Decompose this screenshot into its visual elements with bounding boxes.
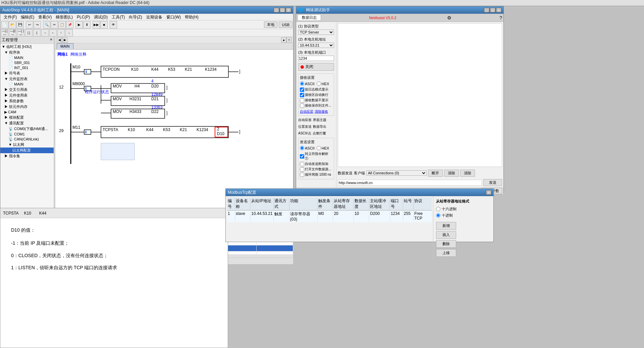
send-url-input[interactable] [338,180,482,186]
tree-usage[interactable]: ▶ 元件使用表 [0,93,54,98]
minimize-btn[interactable]: _ [274,8,279,12]
add-btn[interactable]: 新增 [436,222,456,230]
settings-icon[interactable]: ⚙ [447,15,451,20]
tree-ethernet-group[interactable]: ▼ 以太网 [0,142,54,148]
port-input[interactable] [298,56,334,61]
skin-btn[interactable]: 界面主题 [313,118,326,122]
ascii-radio-label[interactable]: ASCII [300,81,315,86]
move-up-btn[interactable]: 上移 [436,249,456,257]
ascii-radio[interactable] [300,81,304,86]
menu-edit[interactable]: 编辑(E) [19,14,36,20]
menu-tools[interactable]: 工具(T) [110,14,127,20]
contract-btn[interactable]: ▶ [62,37,67,43]
run-btn[interactable]: ▶▶ [93,21,100,28]
protocol-select[interactable]: TCP Server [298,30,334,35]
menu-view[interactable]: 查看(V) [36,14,54,20]
tab-main[interactable]: MAIN [57,43,73,49]
send-btn[interactable]: 发送 [483,179,502,186]
tree-program[interactable]: ▼ 程序块 [0,50,54,55]
save-btn[interactable]: 💾 [16,21,24,28]
hex-radio-label-r[interactable]: 十六进制 [436,207,491,212]
usb-button[interactable]: USB [279,21,292,28]
tree-cmdset[interactable]: ▶ 指令集 [0,153,54,159]
expand-btn[interactable]: ◀ [57,37,62,43]
tree-symbol[interactable]: ▶ 符号表 [0,70,54,76]
open-btn[interactable]: 📂 [9,21,16,28]
menu-recent[interactable]: 近期设备 [144,14,164,20]
nd-close-btn[interactable]: × [496,8,501,12]
tree-com0[interactable]: 📡 COM0(下载/HMI通... [0,126,54,132]
download-btn[interactable]: ⬇ [83,21,91,28]
network1-label[interactable]: 网络1 [57,52,68,57]
hex-format-radio[interactable] [436,207,440,211]
no-contact-btn[interactable]: —| |— [1,29,8,37]
menu-file[interactable]: 文件(F) [2,14,19,20]
nd-minimize-btn[interactable]: _ [484,8,489,12]
tree-ethernet-config[interactable]: 以太网配置 [0,148,54,153]
local-button[interactable]: 本地 [264,21,277,28]
clean-data-btn[interactable]: 清除 [460,170,475,177]
auto-wrap-checkbox[interactable]: 接收区自动换行 [300,93,332,97]
search-btn[interactable]: 🔍 [43,21,50,28]
tree-int001[interactable]: 📄 INT_001 [0,65,54,70]
send-ascii-radio[interactable] [300,146,304,150]
arrow-up-btn[interactable]: ↑ [57,29,65,37]
menu-wizard[interactable]: 向导(Z) [127,14,144,20]
cut-btn[interactable]: ✂ [51,21,58,28]
tree-main[interactable]: 📄 MAIN [0,55,54,60]
close-conn-btn[interactable]: 关闭 [298,63,334,71]
tree-comm-config[interactable]: ▼ 通讯配置 [0,120,54,126]
maximize-btn[interactable]: □ [280,8,285,12]
save-file-checkbox[interactable]: 接收保存到文件... [300,103,332,108]
arrow-right-btn[interactable]: → [41,29,49,37]
auto-reply-link[interactable]: 自动应层 [300,109,313,114]
tree-sbr001[interactable]: 📄 SBR_001 [0,60,54,65]
redo-btn[interactable]: ↪ [34,21,41,28]
data-export-btn[interactable]: 数据导出 [313,124,326,129]
arrow-down-btn[interactable]: ↓ [65,29,73,37]
func-block-btn[interactable]: [ ] [25,29,33,37]
auto-reply-btn[interactable]: 自动应签 [298,118,312,122]
menu-debug[interactable]: 调试(D) [92,14,110,20]
copy-btn[interactable]: 📋 [58,21,66,28]
tree-memory[interactable]: ▶ 软元件内存 [0,104,54,110]
repeat-send-btn[interactable]: 位置发送 [298,124,312,129]
no-display-checkbox[interactable]: 接收数据不显示 [300,98,332,103]
help-icon[interactable]: ? [499,15,502,20]
open-connection-btn[interactable]: 断开 [428,170,443,177]
tree-cam[interactable]: ▶ CAM [0,110,54,115]
send-hex-label[interactable]: HEX [317,146,329,150]
menu-window[interactable]: 窗口(W) [164,14,183,20]
new-btn[interactable]: 📄 [1,21,8,28]
nc-contact-btn[interactable]: —|/|— [9,29,16,37]
tree-project[interactable]: ▼ 临时工程 [H3U] [0,44,54,50]
open-datasrc-checkbox[interactable]: 打开文件数据源... [300,167,332,172]
clear-receive-link[interactable]: 清除接收 [315,109,328,114]
tree-monitor[interactable]: ▼ 元件监控表 [0,76,54,82]
menu-ladder[interactable]: 梯形图(L) [54,14,75,20]
ascii-point-btn[interactable]: ASCII/点 [298,131,311,136]
menu-help[interactable]: 帮助(H) [183,14,201,20]
monitor-btn[interactable]: 👁 [110,21,117,28]
dec-format-radio[interactable] [436,213,440,218]
spot-print-btn[interactable]: 点整打覆 [313,131,326,136]
hex-radio-label[interactable]: HEX [317,81,329,86]
tree-com1[interactable]: 📡 COM1 [0,132,54,137]
log-mode-checkbox[interactable]: 按日志模式显示 [300,87,332,92]
tree-collapse-icon[interactable]: × [50,37,52,43]
menu-plc[interactable]: PLC(P) [75,14,92,20]
arrow-left-btn[interactable]: ← [49,29,57,37]
tree-xref[interactable]: ▶ 交叉引用表 [0,87,54,93]
paste-btn[interactable]: 📌 [66,21,73,28]
ladder-close-btn[interactable]: × [286,37,292,43]
modbus-close-btn[interactable]: × [486,190,491,195]
send-ascii-label[interactable]: ASCII [300,146,315,150]
dec-radio-label-r[interactable]: 十进制 [436,213,491,218]
tree-monitor-main[interactable]: 📄 MAIN [0,82,54,87]
loop-period-checkbox[interactable]: 循环周期 1000 ns [300,172,332,177]
escape-cmd-checkbox[interactable]: 转义符指令解析 ① [300,152,332,161]
tree-can[interactable]: 📡 CAN(CANLink) [0,137,54,142]
coil-btn[interactable]: —( )— [17,29,24,37]
delete-btn[interactable]: 删除 [436,240,456,248]
tree-module-config[interactable]: ▶ 模块配置 [0,115,54,120]
